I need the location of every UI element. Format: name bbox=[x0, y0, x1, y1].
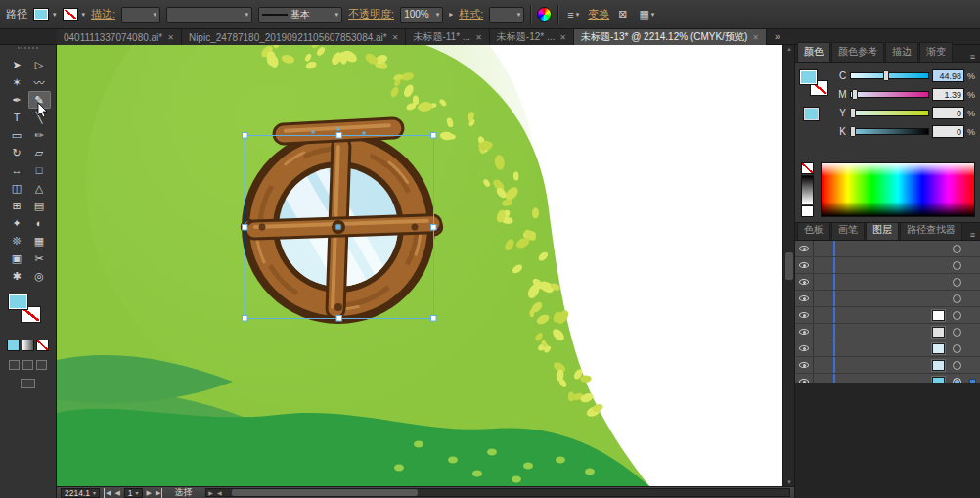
document-tab[interactable]: Nipic_24787180_20190921105607853084.ai*✕ bbox=[182, 29, 407, 45]
color-panel-tab[interactable]: 渐变 bbox=[919, 42, 953, 62]
type-tool[interactable]: T bbox=[6, 109, 28, 126]
tab-close-icon[interactable]: ✕ bbox=[167, 33, 174, 42]
layer-target-icon[interactable] bbox=[953, 344, 961, 353]
selection-handle-s[interactable] bbox=[336, 316, 342, 322]
layer-row[interactable] bbox=[795, 274, 980, 291]
width-profile-select[interactable]: ▾ bbox=[166, 7, 252, 23]
color-panel-menu-icon[interactable]: ≡ bbox=[965, 52, 980, 62]
document-tab[interactable]: 0401111337074080.ai*✕ bbox=[57, 29, 182, 45]
vertical-scrollbar[interactable]: ▲ ▼ bbox=[782, 45, 794, 486]
shape-builder-tool[interactable]: ◫ bbox=[6, 179, 28, 197]
color-mode-button[interactable] bbox=[7, 340, 20, 351]
layers-panel-tab[interactable]: 图层 bbox=[866, 220, 899, 240]
brush-definition-select[interactable]: 基本▾ bbox=[258, 7, 342, 23]
rectangle-tool[interactable]: ▭ bbox=[6, 126, 28, 144]
opacity-panel-link[interactable]: 不透明度: bbox=[348, 7, 394, 22]
blend-tool[interactable]: ◐ bbox=[28, 214, 51, 232]
selection-handle-ne[interactable] bbox=[431, 133, 437, 139]
draw-behind-button[interactable] bbox=[22, 360, 33, 370]
perspective-grid-tool[interactable]: △ bbox=[28, 179, 51, 197]
style-panel-link[interactable]: 样式: bbox=[459, 7, 483, 22]
gradient-mode-button[interactable] bbox=[22, 340, 34, 351]
color-panel-tab[interactable]: 颜色参考 bbox=[831, 42, 884, 62]
next-artboard-button[interactable]: ▶ bbox=[147, 488, 152, 498]
color-spectrum[interactable] bbox=[821, 162, 975, 217]
visibility-eye-icon[interactable] bbox=[795, 307, 814, 323]
scale-tool[interactable]: ▱ bbox=[28, 144, 51, 161]
selection-handle-sw[interactable] bbox=[243, 316, 248, 322]
color-panel-tab[interactable]: 颜色 bbox=[797, 42, 830, 62]
layers-panel-tab[interactable]: 画笔 bbox=[831, 220, 865, 240]
slider-value-field[interactable]: 0 bbox=[932, 107, 964, 119]
artboard[interactable] bbox=[57, 45, 782, 486]
stroke-dropdown-arrow-icon[interactable]: ▾ bbox=[82, 11, 86, 19]
vertical-scrollbar-thumb[interactable] bbox=[785, 252, 793, 280]
mesh-tool[interactable]: ⊞ bbox=[6, 197, 28, 214]
selection-tool[interactable]: ➤ bbox=[6, 56, 28, 73]
fill-stroke-indicator[interactable] bbox=[9, 294, 48, 332]
paintbrush-tool[interactable]: ✎ bbox=[28, 91, 51, 109]
slider-thumb[interactable] bbox=[850, 108, 856, 118]
artboard-number-select[interactable]: 1 ▾ bbox=[124, 488, 143, 498]
selection-handle-se[interactable] bbox=[431, 316, 437, 322]
recolor-artwork-button[interactable] bbox=[537, 7, 552, 22]
visibility-eye-icon[interactable] bbox=[795, 324, 814, 340]
opacity-spinner-icon[interactable]: ▸ bbox=[449, 10, 453, 19]
draw-normal-button[interactable] bbox=[9, 360, 20, 370]
eyedropper-tool[interactable]: ✦ bbox=[6, 214, 28, 232]
visibility-eye-icon[interactable] bbox=[795, 340, 814, 356]
none-swatch[interactable] bbox=[801, 162, 814, 174]
visibility-eye-icon[interactable] bbox=[795, 291, 814, 306]
pen-tool[interactable]: ✒ bbox=[6, 91, 28, 109]
slider-thumb[interactable] bbox=[850, 126, 856, 137]
direct-selection-tool[interactable]: ▷ bbox=[28, 56, 51, 73]
previous-artboard-button[interactable]: ◀ bbox=[114, 488, 119, 498]
stroke-panel-link[interactable]: 描边: bbox=[91, 7, 115, 22]
scroll-left-icon[interactable]: ◀ bbox=[215, 489, 224, 496]
layer-row[interactable] bbox=[795, 340, 980, 357]
layer-target-icon[interactable] bbox=[953, 311, 961, 320]
document-tab[interactable]: 未标题-12* ...✕ bbox=[490, 29, 574, 45]
color-slider-k[interactable] bbox=[850, 128, 929, 135]
screen-mode-button[interactable] bbox=[21, 379, 35, 388]
rotate-tool[interactable]: ↻ bbox=[6, 144, 28, 161]
none-mode-button[interactable] bbox=[36, 340, 49, 351]
slider-value-field[interactable]: 44.98 bbox=[932, 69, 964, 82]
isolate-selected-object-button[interactable]: ⊠ bbox=[615, 7, 630, 22]
layer-row[interactable] bbox=[795, 291, 980, 307]
layers-panel-tab[interactable]: 色板 bbox=[797, 220, 830, 240]
width-tool[interactable]: ↔ bbox=[6, 161, 28, 179]
opacity-select[interactable]: 100%▾ bbox=[400, 7, 443, 23]
last-artboard-button[interactable]: ▶ bbox=[156, 488, 162, 498]
panel-fill-stroke-indicator[interactable] bbox=[800, 70, 833, 104]
hand-tool[interactable]: ✱ bbox=[6, 267, 28, 285]
active-color-proxy[interactable] bbox=[804, 108, 819, 120]
scroll-right-icon[interactable]: ▶ bbox=[206, 489, 215, 496]
fill-proxy-swatch[interactable] bbox=[9, 294, 27, 309]
stroke-weight-select[interactable]: ▾ bbox=[121, 7, 160, 23]
layers-panel-menu-icon[interactable]: ≡ bbox=[965, 230, 980, 240]
selection-handle-e[interactable] bbox=[431, 225, 437, 231]
lasso-tool[interactable]: 〰 bbox=[28, 73, 51, 91]
stroke-color-swatch[interactable] bbox=[63, 8, 78, 21]
layer-target-icon[interactable] bbox=[953, 245, 961, 253]
symbol-sprayer-tool[interactable]: ❊ bbox=[6, 232, 28, 249]
fill-proxy-swatch[interactable] bbox=[800, 70, 817, 84]
visibility-eye-icon[interactable] bbox=[795, 357, 814, 373]
horizontal-scrollbar[interactable]: ▶ ◀ bbox=[205, 488, 790, 497]
white-swatch[interactable] bbox=[801, 205, 814, 217]
layer-target-icon[interactable] bbox=[953, 294, 961, 303]
layer-target-icon[interactable] bbox=[953, 261, 961, 270]
panel-drag-handle[interactable] bbox=[18, 47, 38, 54]
color-slider-m[interactable] bbox=[850, 91, 929, 98]
layer-row[interactable] bbox=[795, 357, 980, 374]
visibility-eye-icon[interactable] bbox=[795, 374, 814, 383]
align-options-button[interactable]: ≡▾ bbox=[564, 8, 582, 22]
slice-tool[interactable]: ✂ bbox=[28, 249, 51, 267]
zoom-level-select[interactable]: 2214.1 ▾ bbox=[61, 488, 100, 498]
magic-wand-tool[interactable]: ✶ bbox=[6, 73, 28, 91]
line-segment-tool[interactable]: ╲ bbox=[28, 109, 51, 126]
tab-close-icon[interactable]: ✕ bbox=[392, 33, 399, 42]
layer-target-icon[interactable] bbox=[953, 361, 961, 370]
document-tab[interactable]: 未标题-13* @ 2214.12% (CMYK/预览)✕ bbox=[574, 29, 767, 45]
